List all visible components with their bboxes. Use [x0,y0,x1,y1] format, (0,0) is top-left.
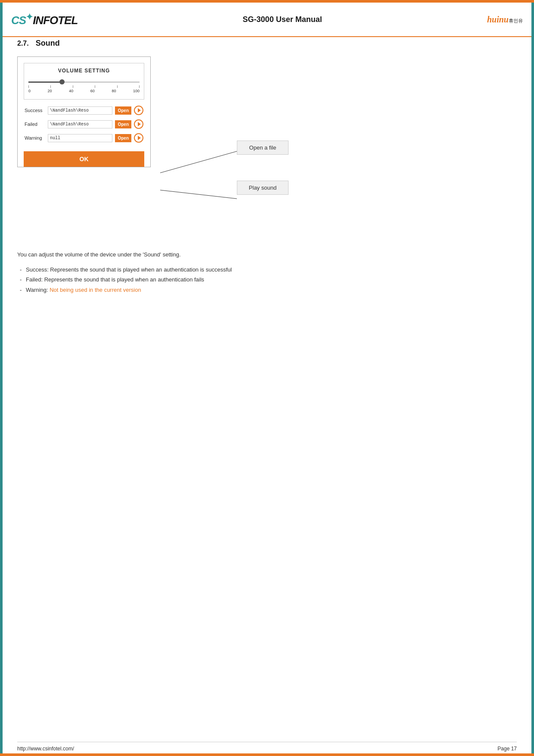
list-item-warning: Warning: Not being used in the current v… [17,285,517,295]
failed-open-button[interactable]: Open [115,120,131,128]
failed-row: Failed \NandFlash\Reso Open [25,119,143,129]
warning-open-button[interactable]: Open [115,134,131,142]
success-play-button[interactable] [134,106,143,115]
dialog-area: VOLUME SETTING 0 [17,56,310,237]
right-border [531,3,534,753]
play-sound-callout: Play sound [237,181,289,195]
play-icon-3 [138,136,141,140]
page-title: SG-3000 User Manual [243,15,322,24]
main-content: 2.7. Sound VOLUME SETTING [17,39,517,730]
volume-slider[interactable]: 0 20 40 60 80 100 [28,77,140,95]
svg-line-1 [160,190,237,199]
warning-row: Warning null Open [25,133,143,143]
success-path: \NandFlash\Reso [48,106,112,115]
play-icon [138,108,141,112]
open-file-callout: Open a file [237,141,289,155]
success-label: Success [25,108,45,113]
volume-setting-panel: VOLUME SETTING 0 [24,63,144,100]
sound-rows: Success \NandFlash\Reso Open Failed \Nan… [24,106,144,143]
logo-csinfotel: CS✦INFOTEL [11,12,78,27]
logo-s: S [19,14,26,27]
left-border [0,3,3,753]
header: CS✦INFOTEL SG-3000 User Manual huinu휴인유 [3,3,531,37]
slider-track [28,81,140,83]
section-number: 2.7. [17,40,29,47]
huinu-logo: huinu휴인유 [487,15,523,25]
success-open-button[interactable]: Open [115,106,131,115]
volume-label: VOLUME SETTING [28,68,140,74]
failed-label: Failed [25,122,45,127]
section-title: Sound [36,39,60,48]
failed-path: \NandFlash\Reso [48,120,112,128]
callout-area: Open a file Play sound [237,141,289,195]
slider-ticks [28,85,140,88]
warning-play-button[interactable] [134,133,143,143]
bottom-border [0,753,534,756]
failed-play-button[interactable] [134,119,143,129]
ok-button[interactable]: OK [24,151,144,167]
logo-infotel: INFOTEL [33,14,78,27]
warning-label: Warning [25,135,45,141]
description-section: You can adjust the volume of the device … [17,250,517,295]
slider-thumb [59,79,65,84]
success-row: Success \NandFlash\Reso Open [25,106,143,115]
footer: http://www.csinfotel.com/ Page 17 [17,742,517,752]
list-item-failed: Failed: Represents the sound that is pla… [17,275,517,284]
logo-star: ✦ [26,12,33,22]
sound-dialog: VOLUME SETTING 0 [17,56,151,167]
intro-text: You can adjust the volume of the device … [17,250,517,259]
list-item-success: Success: Represents the sound that is pl… [17,265,517,275]
logo-c: C [11,14,19,27]
warning-path: null [48,134,112,142]
svg-line-0 [160,151,237,173]
bullet-list: Success: Represents the sound that is pl… [17,265,517,295]
slider-labels: 0 20 40 60 80 100 [28,89,140,93]
footer-page: Page 17 [497,746,517,752]
footer-url: http://www.csinfotel.com/ [17,746,74,752]
warning-highlight: Not being used in the current version [50,287,141,293]
section-heading: 2.7. Sound [17,39,517,48]
play-icon-2 [138,122,141,126]
slider-fill [28,81,62,83]
